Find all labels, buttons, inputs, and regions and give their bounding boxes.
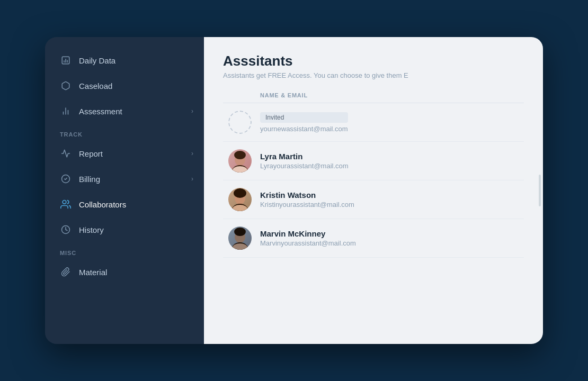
section-label-misc: MISC: [45, 242, 204, 259]
sidebar-section-top: Daily Data Caseload Assessment ›: [45, 48, 204, 124]
sidebar: Daily Data Caseload Assessment ›: [45, 37, 204, 344]
assistant-email: Marvinyourassistant@mail.com: [260, 239, 356, 247]
assistant-email: Kristinyourassistant@mail.com: [260, 201, 354, 208]
sidebar-section-track: TRACK Report › Billing ›: [45, 124, 204, 217]
sidebar-item-assessment[interactable]: Assessment ›: [45, 98, 204, 124]
assistant-email: yournewassistant@mail.com: [260, 125, 348, 133]
sidebar-item-history[interactable]: History: [45, 217, 204, 242]
assistant-list: Invited yournewassistant@mail.com: [223, 103, 524, 258]
name-email-col: Kristin Watson Kristinyourassistant@mail…: [260, 190, 354, 208]
sidebar-item-caseload[interactable]: Caseload: [45, 73, 204, 98]
table-row[interactable]: Invited yournewassistant@mail.com: [223, 103, 524, 142]
section-label-track: TRACK: [45, 124, 204, 141]
table-row[interactable]: Kristin Watson Kristinyourassistant@mail…: [223, 180, 524, 219]
name-email-col: Invited yournewassistant@mail.com: [260, 112, 348, 133]
avatar: [228, 188, 252, 211]
tablet-frame: Daily Data Caseload Assessment ›: [45, 37, 543, 344]
svg-point-8: [234, 151, 246, 159]
clock-icon: [60, 224, 72, 235]
sidebar-item-report[interactable]: Report ›: [45, 141, 204, 166]
avatar-lyra-svg: [228, 149, 252, 173]
svg-point-16: [234, 228, 246, 236]
page-title: Asssitants: [223, 53, 524, 69]
avatar: [228, 149, 252, 173]
sidebar-item-label: Caseload: [79, 81, 112, 90]
box-icon: [60, 80, 72, 92]
clip-icon: [60, 266, 72, 278]
sidebar-item-label: Report: [79, 149, 103, 158]
sidebar-item-billing[interactable]: Billing ›: [45, 166, 204, 192]
avatar-kristin-svg: [228, 188, 252, 211]
bar-chart-icon: [60, 105, 72, 117]
sidebar-section-misc: MISC Material: [45, 242, 204, 285]
scrollbar[interactable]: [539, 175, 541, 206]
avatar: [228, 226, 252, 250]
sidebar-section-history: History: [45, 217, 204, 242]
chart-icon: [60, 55, 72, 66]
chevron-right-icon: ›: [191, 107, 193, 115]
name-email-col: Marvin McKinney Marvinyourassistant@mail…: [260, 229, 356, 247]
sidebar-item-label: History: [79, 225, 104, 234]
sidebar-item-label: Daily Data: [79, 56, 115, 65]
name-email-col: Lyra Martin Lyrayourassistant@mail.com: [260, 152, 349, 170]
avatar: [228, 111, 252, 134]
sidebar-item-label: Collaborators: [79, 200, 126, 209]
users-icon: [60, 198, 72, 210]
sidebar-item-material[interactable]: Material: [45, 259, 204, 285]
chevron-right-icon: ›: [191, 150, 193, 157]
table-row[interactable]: Lyra Martin Lyrayourassistant@mail.com: [223, 142, 524, 180]
chevron-right-icon: ›: [191, 175, 193, 183]
pulse-icon: [60, 148, 72, 159]
sidebar-item-label: Material: [79, 268, 107, 277]
sidebar-item-label: Billing: [79, 175, 100, 184]
assistant-name: Lyra Martin: [260, 152, 349, 161]
table-row[interactable]: Marvin McKinney Marvinyourassistant@mail…: [223, 219, 524, 258]
column-name-email: NAME & EMAIL: [260, 92, 308, 98]
sidebar-item-label: Assessment: [79, 107, 122, 116]
avatar-marvin-svg: [228, 226, 252, 250]
table-header: NAME & EMAIL: [223, 92, 524, 103]
avatar-placeholder: [228, 111, 252, 134]
svg-point-12: [234, 188, 246, 198]
circle-check-icon: [60, 173, 72, 185]
sidebar-item-collaborators[interactable]: Collaborators: [45, 192, 204, 217]
page-subtitle: Assistants get FREE Access. You can choo…: [223, 71, 524, 79]
assistant-name: Marvin McKinney: [260, 229, 356, 238]
assistant-email: Lyrayourassistant@mail.com: [260, 162, 349, 170]
assistant-name: Kristin Watson: [260, 190, 354, 199]
content-area: Asssitants Assistants get FREE Access. Y…: [204, 37, 543, 344]
invited-badge: Invited: [260, 112, 348, 123]
svg-point-5: [63, 201, 66, 204]
sidebar-item-daily-data[interactable]: Daily Data: [45, 48, 204, 73]
main-content: Asssitants Assistants get FREE Access. Y…: [204, 37, 543, 344]
